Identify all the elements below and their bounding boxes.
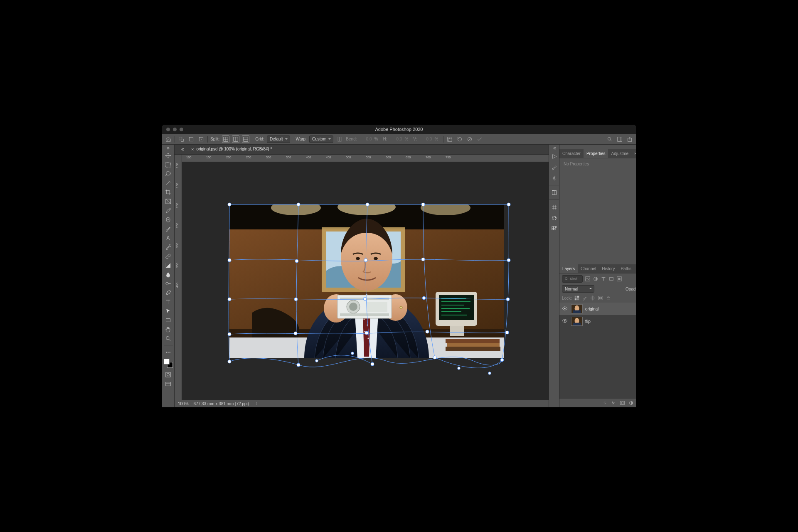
gradient-tool[interactable] — [163, 261, 173, 269]
lock-position-icon[interactable] — [590, 295, 596, 301]
layer-style-icon[interactable]: fx — [611, 400, 616, 406]
healing-brush-tool[interactable] — [163, 215, 173, 224]
layer-visibility-icon[interactable] — [561, 305, 569, 313]
warp-label: Warp: — [296, 137, 307, 141]
filter-shape-icon[interactable] — [608, 276, 614, 282]
blend-mode-select[interactable]: Normal — [562, 285, 594, 293]
tab-history[interactable]: History — [599, 264, 618, 273]
layer-mask-icon[interactable] — [620, 400, 625, 406]
reset-warp-button[interactable] — [456, 135, 463, 143]
eraser-tool[interactable] — [163, 252, 173, 260]
patterns-panel-icon[interactable] — [549, 202, 559, 212]
status-menu-icon[interactable]: 〉 — [256, 401, 259, 406]
swatches-panel-icon[interactable] — [549, 224, 559, 234]
split-horizontal-button[interactable] — [242, 135, 249, 143]
tools-expand[interactable] — [162, 146, 174, 150]
layer-visibility-icon[interactable] — [561, 318, 569, 325]
tab-character[interactable]: Character — [559, 149, 584, 158]
layers-panel-icon[interactable] — [549, 187, 559, 197]
tab-libraries[interactable]: Libraries — [634, 264, 636, 273]
edit-toolbar-button[interactable] — [163, 348, 173, 356]
frame-tool[interactable] — [163, 197, 173, 205]
rectangle-tool[interactable] — [163, 316, 173, 324]
status-bar: 100% 677,33 mm x 381 mm (72 ppi) 〉 — [175, 400, 549, 407]
layer-row[interactable]: flip — [559, 315, 636, 328]
dock-expand[interactable] — [549, 146, 559, 150]
quick-mask-button[interactable] — [163, 370, 173, 379]
brushes-panel-icon[interactable] — [549, 162, 559, 172]
filter-smart-icon[interactable] — [616, 276, 622, 282]
brush-tool[interactable] — [163, 224, 173, 233]
zoom-value[interactable]: 100% — [178, 401, 189, 406]
link-layers-icon[interactable] — [602, 400, 608, 406]
actions-panel-icon[interactable] — [549, 151, 559, 161]
zoom-tool[interactable] — [163, 334, 173, 342]
layer-name[interactable]: flip — [585, 319, 591, 324]
traffic-close[interactable] — [166, 128, 170, 131]
transform-rotate-icon[interactable] — [187, 135, 195, 143]
move-tool[interactable] — [163, 151, 173, 160]
hand-tool[interactable] — [163, 325, 173, 333]
tab-paths[interactable]: Paths — [618, 264, 634, 273]
lock-all-icon[interactable] — [606, 295, 611, 301]
transform-scale-icon[interactable] — [177, 135, 185, 143]
path-selection-tool[interactable] — [163, 307, 173, 315]
brush-settings-panel-icon[interactable] — [549, 173, 559, 183]
cancel-transform-button[interactable] — [466, 135, 473, 143]
tabbar-expand[interactable] — [179, 148, 187, 151]
tab-paragraph[interactable]: Paragrapl — [631, 149, 636, 158]
vertical-ruler[interactable]: 100150200250300350400 — [175, 155, 182, 400]
tab-properties[interactable]: Properties — [584, 149, 608, 158]
document-tab[interactable]: × original.psd @ 100% (original, RGB/8#)… — [187, 145, 276, 155]
share-button[interactable] — [626, 135, 633, 143]
close-tab-icon[interactable]: × — [191, 147, 194, 152]
tab-channels[interactable]: Channel — [578, 264, 599, 273]
split-crosswise-button[interactable] — [222, 135, 229, 143]
lock-brush-icon[interactable] — [582, 295, 588, 301]
grid-select[interactable]: Default — [267, 135, 290, 143]
marquee-tool[interactable] — [163, 160, 173, 169]
filter-type-icon[interactable] — [601, 276, 606, 282]
foreground-background-swatch[interactable] — [164, 359, 173, 368]
pen-tool[interactable] — [163, 288, 173, 297]
lock-pixels-icon[interactable] — [574, 295, 580, 301]
horizontal-ruler[interactable]: 1001502002503003504004505005506006507007… — [182, 155, 549, 162]
clone-stamp-tool[interactable] — [163, 234, 173, 242]
screen-mode-button[interactable] — [163, 380, 173, 388]
window-traffic-lights[interactable] — [162, 128, 183, 131]
type-tool[interactable] — [163, 298, 173, 306]
blur-tool[interactable] — [163, 270, 173, 278]
transform-ref-icon[interactable] — [197, 135, 205, 143]
color-panel-icon[interactable] — [549, 213, 559, 223]
layer-row[interactable]: original — [559, 303, 636, 315]
adjustment-layer-icon[interactable] — [628, 400, 634, 406]
search-button[interactable] — [606, 135, 613, 143]
split-vertical-button[interactable] — [232, 135, 239, 143]
home-button[interactable] — [165, 135, 172, 143]
crop-tool[interactable] — [163, 188, 173, 196]
lasso-tool[interactable] — [163, 170, 173, 178]
eyedropper-tool[interactable] — [163, 206, 173, 214]
filter-adjust-icon[interactable] — [593, 276, 598, 282]
svg-point-15 — [166, 282, 168, 285]
svg-rect-37 — [446, 339, 500, 343]
traffic-zoom[interactable] — [180, 128, 183, 131]
warp-mode-toggle-button[interactable] — [446, 135, 453, 143]
svg-point-101 — [565, 278, 567, 280]
lock-artboard-icon[interactable] — [598, 295, 603, 301]
canvas[interactable] — [182, 162, 549, 400]
layer-name[interactable]: original — [585, 307, 598, 311]
panels-expand[interactable] — [559, 145, 636, 149]
commit-transform-button[interactable] — [476, 135, 483, 143]
warp-select[interactable]: Custom — [309, 135, 333, 143]
workspace-switcher-button[interactable] — [616, 135, 623, 143]
tab-layers[interactable]: Layers — [559, 264, 578, 273]
document-info[interactable]: 677,33 mm x 381 mm (72 ppi) — [194, 401, 249, 406]
dodge-tool[interactable] — [163, 279, 173, 288]
tab-adjustments[interactable]: Adjustme — [608, 149, 631, 158]
filter-pixel-icon[interactable] — [585, 276, 591, 282]
layer-filter-search[interactable]: Kind — [562, 275, 583, 283]
history-brush-tool[interactable] — [163, 243, 173, 251]
traffic-minimize[interactable] — [173, 128, 177, 131]
magic-wand-tool[interactable] — [163, 179, 173, 187]
